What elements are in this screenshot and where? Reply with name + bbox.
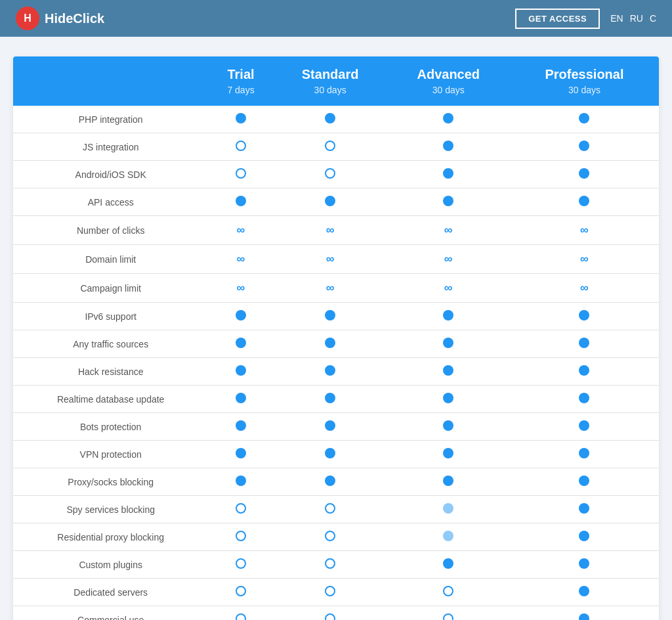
check-filled-icon: [443, 338, 453, 348]
check-filled-icon: [443, 448, 453, 458]
feature-cell: [208, 496, 273, 523]
feature-cell: [274, 106, 387, 133]
check-filled-icon: [236, 365, 246, 376]
check-filled-icon: [579, 168, 589, 179]
feature-cell: [208, 330, 273, 358]
svg-text:H: H: [24, 12, 32, 24]
feature-label: Residential proxy blocking: [13, 523, 208, 551]
check-filled-icon: [236, 338, 246, 348]
check-empty-icon: [236, 503, 246, 514]
check-empty-icon: [443, 586, 453, 596]
check-filled-icon: [579, 196, 589, 206]
feature-cell: [510, 523, 659, 551]
plan-advanced-days: 30 days: [394, 85, 503, 95]
infinity-icon: ∞: [444, 223, 453, 236]
check-filled-icon: [443, 196, 453, 206]
check-filled-icon: [236, 113, 246, 123]
check-filled-icon: [443, 310, 453, 321]
feature-cell: [510, 161, 659, 188]
feature-cell: [510, 441, 659, 468]
language-selector: EN RU C: [610, 13, 656, 24]
check-filled-icon: [579, 503, 589, 514]
check-empty-icon: [236, 586, 246, 596]
check-filled-icon: [443, 113, 453, 123]
feature-label: Number of clicks: [13, 216, 208, 245]
pricing-table: Trial 7 days Standard 30 days Advanced 3…: [13, 56, 659, 620]
check-filled-icon: [579, 365, 589, 376]
table-row: Bots protection: [13, 413, 659, 441]
check-empty-icon: [443, 613, 453, 620]
feature-cell: [387, 579, 510, 606]
feature-cell: [387, 330, 510, 358]
lang-ru[interactable]: RU: [630, 13, 643, 24]
check-filled-icon: [579, 586, 589, 596]
plan-professional-name: Professional: [516, 67, 652, 82]
feature-cell: [274, 386, 387, 413]
infinity-icon: ∞: [580, 252, 589, 265]
check-filled-icon: [443, 476, 453, 486]
check-filled-icon: [236, 196, 246, 206]
table-row: Proxy/socks blocking: [13, 468, 659, 496]
plan-standard-name: Standard: [280, 67, 381, 82]
feature-column-header: [13, 56, 208, 106]
feature-cell: [387, 441, 510, 468]
feature-cell: [274, 441, 387, 468]
feature-label: Android/iOS SDK: [13, 161, 208, 188]
feature-cell: [274, 188, 387, 216]
feature-cell: [208, 579, 273, 606]
table-row: Dedicated servers: [13, 579, 659, 606]
infinity-icon: ∞: [580, 223, 589, 236]
check-empty-icon: [325, 586, 335, 596]
feature-cell: [387, 496, 510, 523]
infinity-icon: ∞: [237, 223, 245, 236]
feature-cell: [208, 441, 273, 468]
feature-cell: ∞: [208, 274, 273, 303]
check-empty-icon: [236, 558, 246, 569]
table-row: Residential proxy blocking: [13, 523, 659, 551]
check-filled-icon: [443, 168, 453, 179]
feature-cell: [208, 161, 273, 188]
feature-cell: [208, 551, 273, 579]
check-light-icon: [443, 503, 453, 514]
plan-trial-days: 7 days: [215, 85, 266, 95]
feature-label: Proxy/socks blocking: [13, 468, 208, 496]
feature-cell: [208, 358, 273, 386]
feature-cell: ∞: [387, 245, 510, 274]
navbar: H HideClick GET ACCESS EN RU C: [0, 0, 672, 37]
feature-cell: [510, 386, 659, 413]
feature-cell: [387, 133, 510, 161]
table-row: API access: [13, 188, 659, 216]
feature-cell: [208, 606, 273, 621]
infinity-icon: ∞: [326, 223, 335, 236]
table-row: Campaign limit∞∞∞∞: [13, 274, 659, 303]
table-row: Realtime database update: [13, 386, 659, 413]
table-row: PHP integration: [13, 106, 659, 133]
check-empty-icon: [325, 168, 335, 179]
plan-advanced-name: Advanced: [394, 67, 503, 82]
feature-cell: [208, 523, 273, 551]
plan-trial-header: Trial 7 days: [208, 56, 273, 106]
feature-cell: [510, 358, 659, 386]
infinity-icon: ∞: [326, 281, 335, 294]
feature-cell: [387, 161, 510, 188]
feature-cell: ∞: [208, 245, 273, 274]
check-filled-icon: [325, 393, 335, 403]
get-access-button[interactable]: GET ACCESS: [515, 9, 600, 29]
lang-cn[interactable]: C: [650, 13, 656, 24]
feature-cell: [274, 161, 387, 188]
check-filled-icon: [579, 141, 589, 151]
check-filled-icon: [579, 613, 589, 620]
check-filled-icon: [325, 420, 335, 431]
check-filled-icon: [579, 531, 589, 541]
lang-en[interactable]: EN: [610, 13, 623, 24]
feature-cell: [387, 358, 510, 386]
feature-label: Realtime database update: [13, 386, 208, 413]
feature-cell: ∞: [274, 245, 387, 274]
check-empty-icon: [236, 168, 246, 179]
feature-cell: [387, 606, 510, 621]
feature-label: JS integration: [13, 133, 208, 161]
check-filled-icon: [579, 448, 589, 458]
feature-cell: [510, 579, 659, 606]
feature-cell: [274, 358, 387, 386]
table-row: Hack resistance: [13, 358, 659, 386]
